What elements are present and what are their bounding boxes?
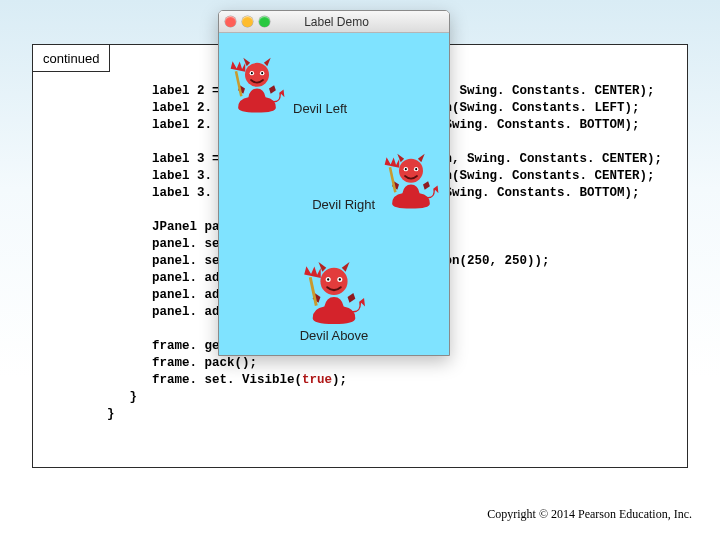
label-demo-window: Label Demo Devil Left Devil Right Devil …: [218, 10, 450, 356]
svg-point-9: [405, 168, 407, 170]
svg-rect-5: [235, 71, 243, 97]
label-devil-right: Devil Right: [229, 137, 439, 227]
caption-devil-right: Devil Right: [312, 197, 375, 212]
devil-icon: [229, 56, 285, 116]
titlebar: Label Demo: [219, 11, 449, 33]
svg-point-16: [339, 278, 341, 280]
label-devil-left: Devil Left: [229, 41, 439, 131]
window-title: Label Demo: [230, 15, 443, 29]
caption-devil-left: Devil Left: [293, 101, 347, 116]
svg-point-3: [251, 72, 253, 74]
devil-icon: [383, 152, 439, 212]
devil-icon: [303, 260, 365, 328]
svg-point-4: [261, 72, 263, 74]
svg-rect-17: [309, 277, 318, 306]
svg-point-10: [415, 168, 417, 170]
label-devil-above: Devil Above: [229, 233, 439, 343]
continued-badge: continued: [32, 44, 110, 72]
popup-body: Devil Left Devil Right Devil Above: [219, 33, 449, 355]
continued-text: continued: [43, 51, 99, 66]
copyright: Copyright © 2014 Pearson Education, Inc.: [487, 507, 692, 522]
svg-point-15: [327, 278, 329, 280]
caption-devil-above: Devil Above: [300, 328, 369, 343]
svg-rect-11: [389, 167, 397, 193]
